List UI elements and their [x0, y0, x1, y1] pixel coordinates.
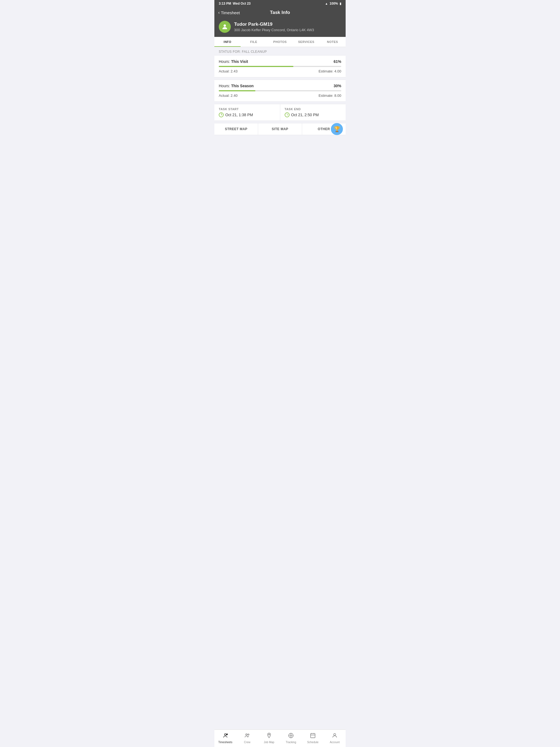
this-season-actual-row: Actual: 2.40 Estimate: 8.00	[219, 94, 341, 98]
trophy-badge: 🏆	[331, 123, 343, 135]
this-visit-card: Hours: This Visit 61% Actual: 2.43 Estim…	[214, 55, 346, 77]
timesheets-icon: !	[222, 732, 228, 740]
nav-schedule[interactable]: Schedule	[302, 731, 324, 745]
nav-crew[interactable]: Crew	[236, 731, 258, 745]
svg-point-8	[290, 735, 292, 736]
location-address: 300 Jacob Keffer Pkwy Concord, Ontario L…	[234, 28, 314, 32]
svg-point-6	[269, 734, 270, 735]
tracking-label: Tracking	[286, 741, 296, 744]
this-visit-progress-fill	[219, 66, 294, 67]
task-end-value: Oct 21, 2:50 PM	[285, 112, 341, 117]
svg-text:!: !	[227, 734, 227, 735]
street-map-button[interactable]: STREET MAP	[214, 123, 258, 135]
this-visit-percent: 61%	[334, 59, 341, 64]
nav-header: ‹ Timesheet Task Info	[214, 7, 346, 18]
this-season-progress-fill	[219, 90, 255, 91]
task-start-value: Oct 21, 1:38 PM	[219, 112, 276, 117]
task-start-clock-icon	[219, 112, 224, 117]
this-season-label: Hours: This Season	[219, 84, 254, 88]
task-start-col: TASK START Oct 21, 1:38 PM	[214, 104, 280, 121]
svg-point-4	[246, 734, 248, 736]
location-header: Tudor Park-GM19 300 Jacob Keffer Pkwy Co…	[214, 18, 346, 37]
tab-photos[interactable]: PHOTOS	[267, 37, 293, 47]
timesheets-label: Timesheets	[218, 741, 232, 744]
status-bar: 3:13 PM Wed Oct 23 ▲ 100% ▮	[214, 0, 346, 7]
job-map-icon	[266, 732, 272, 740]
task-end-label: TASK END	[285, 107, 341, 111]
svg-point-17	[334, 733, 335, 736]
tab-info[interactable]: INFO	[214, 37, 240, 47]
tracking-icon	[288, 732, 294, 740]
status-label: STATUS FOR: FALL CLEANUP	[214, 47, 346, 55]
crew-label: Crew	[244, 741, 250, 744]
this-visit-actual: Actual: 2.43	[219, 69, 238, 73]
task-start-label: TASK START	[219, 107, 276, 111]
avatar	[219, 21, 231, 33]
this-visit-estimate: Estimate: 4.00	[319, 69, 341, 73]
location-info: Tudor Park-GM19 300 Jacob Keffer Pkwy Co…	[234, 22, 314, 32]
person-icon	[221, 23, 228, 30]
job-map-label: Job Map	[264, 741, 274, 744]
tab-file[interactable]: FILE	[240, 37, 267, 47]
nav-account[interactable]: Account	[324, 731, 346, 745]
this-season-progress-bg	[219, 90, 341, 91]
nav-timesheets[interactable]: ! Timesheets	[214, 731, 236, 745]
wifi-icon: ▲	[325, 2, 328, 5]
tab-services[interactable]: SERVICES	[293, 37, 320, 47]
back-label: Timesheet	[221, 10, 240, 15]
bottom-nav: ! Timesheets Crew Job Map	[214, 729, 346, 747]
status-time: 3:13 PM	[219, 2, 231, 5]
nav-job-map[interactable]: Job Map	[258, 731, 280, 745]
battery-level: 100%	[330, 2, 338, 5]
this-visit-progress-bg	[219, 66, 341, 67]
task-times: TASK START Oct 21, 1:38 PM TASK END Oct …	[214, 104, 346, 121]
site-map-button[interactable]: SITE MAP	[258, 123, 302, 135]
this-season-card: Hours: This Season 30% Actual: 2.40 Esti…	[214, 80, 346, 102]
back-button[interactable]: ‹ Timesheet	[218, 10, 240, 15]
svg-point-0	[224, 24, 226, 27]
tab-notes[interactable]: NOTES	[320, 37, 346, 47]
task-times-wrapper: TASK START Oct 21, 1:38 PM TASK END Oct …	[214, 104, 346, 121]
battery-icon: ▮	[339, 2, 341, 5]
svg-rect-13	[311, 733, 315, 738]
tab-bar: INFO FILE PHOTOS SERVICES NOTES	[214, 37, 346, 47]
crew-icon	[244, 732, 250, 740]
content-area: STATUS FOR: FALL CLEANUP Hours: This Vis…	[214, 47, 346, 729]
status-day: Wed Oct 23	[233, 2, 251, 5]
account-label: Account	[330, 741, 339, 744]
svg-point-1	[225, 733, 226, 735]
this-season-percent: 30%	[334, 84, 341, 88]
map-buttons: STREET MAP SITE MAP OTHER	[214, 123, 346, 135]
this-season-actual: Actual: 2.40	[219, 94, 238, 98]
page-title: Task Info	[270, 10, 290, 15]
this-visit-actual-row: Actual: 2.43 Estimate: 4.00	[219, 69, 341, 73]
svg-point-5	[248, 734, 249, 735]
task-end-col: TASK END Oct 21, 2:50 PM	[280, 104, 346, 121]
this-visit-label: Hours: This Visit	[219, 59, 248, 64]
account-icon	[332, 732, 338, 740]
task-end-clock-icon	[285, 112, 289, 117]
back-chevron-icon: ‹	[218, 10, 220, 15]
schedule-label: Schedule	[307, 741, 319, 744]
location-name: Tudor Park-GM19	[234, 22, 314, 27]
nav-tracking[interactable]: Tracking	[280, 731, 302, 745]
schedule-icon	[310, 732, 316, 740]
this-season-estimate: Estimate: 8.00	[319, 94, 341, 98]
